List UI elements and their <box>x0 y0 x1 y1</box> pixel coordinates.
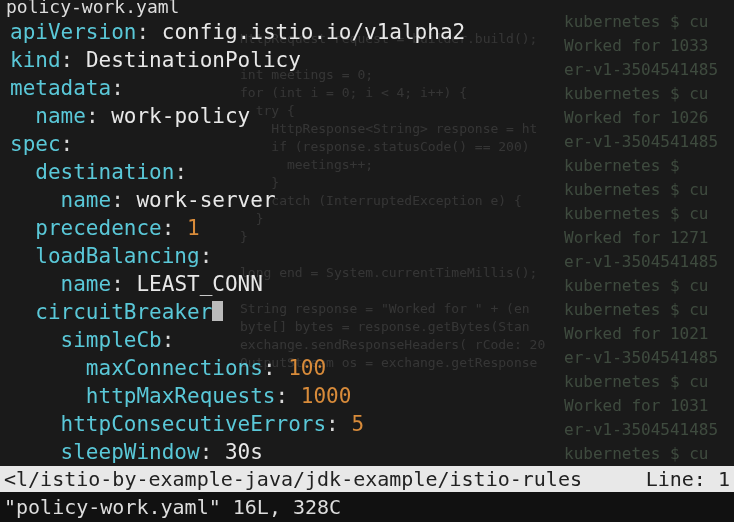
yaml-line: httpMaxRequests: 1000 <box>10 382 724 410</box>
status-line: Line: 1 <box>646 466 730 492</box>
yaml-line: simpleCb: <box>10 326 724 354</box>
filename-label: policy-work.yaml <box>6 0 179 17</box>
yaml-line: sleepWindow: 30s <box>10 438 724 466</box>
yaml-line: maxConnections: 100 <box>10 354 724 382</box>
yaml-line: kind: DestinationPolicy <box>10 46 724 74</box>
yaml-line: name: LEAST_CONN <box>10 270 724 298</box>
yaml-line: precedence: 1 <box>10 214 724 242</box>
cursor <box>212 301 223 321</box>
yaml-line: httpConsecutiveErrors: 5 <box>10 410 724 438</box>
yaml-line: name: work-server <box>10 186 724 214</box>
yaml-editor[interactable]: apiVersion: config.istio.io/v1alpha2 kin… <box>0 18 734 466</box>
status-path: <l/istio-by-example-java/jdk-example/ist… <box>4 466 582 492</box>
yaml-line: destination: <box>10 158 724 186</box>
yaml-line: name: work-policy <box>10 102 724 130</box>
yaml-line: spec: <box>10 130 724 158</box>
command-bar[interactable]: "policy-work.yaml" 16L, 328C <box>0 492 734 522</box>
yaml-line: loadBalancing: <box>10 242 724 270</box>
command-text: "policy-work.yaml" 16L, 328C <box>4 495 341 519</box>
status-bar: <l/istio-by-example-java/jdk-example/ist… <box>0 466 734 492</box>
yaml-line: metadata: <box>10 74 724 102</box>
yaml-line: apiVersion: config.istio.io/v1alpha2 <box>10 18 724 46</box>
file-title-bar: policy-work.yaml <box>0 0 734 18</box>
yaml-line: circuitBreaker <box>10 298 724 326</box>
